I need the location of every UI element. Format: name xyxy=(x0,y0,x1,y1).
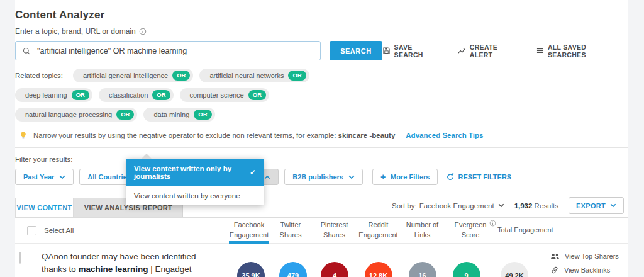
number-of-links-circle[interactable]: 16 xyxy=(409,262,436,277)
chevron-down-icon xyxy=(610,203,616,208)
content-analyzer-panel: Content Analyzer Enter a topic, brand, U… xyxy=(15,0,628,277)
section-divider xyxy=(15,147,628,148)
all-saved-searches-button[interactable]: ALL SAVED SEARCHES xyxy=(536,43,623,59)
dropdown-option-journalists-only[interactable]: View content written only by journalists… xyxy=(126,159,264,186)
more-filters-button[interactable]: +More Filters xyxy=(372,169,438,185)
related-topics: Related topics: artificial general intel… xyxy=(15,69,380,122)
dropdown-option-everyone[interactable]: View content written by everyone xyxy=(126,186,264,205)
article-actions: View Top Sharers View Backlinks View Ana… xyxy=(540,244,628,277)
filter-b2b-publishers[interactable]: B2B publishers xyxy=(284,169,363,185)
or-operator-badge[interactable]: OR xyxy=(248,90,266,100)
save-search-button[interactable]: SAVE SEARCH xyxy=(382,43,441,59)
select-all-label: Select All xyxy=(44,227,74,234)
save-icon xyxy=(382,47,391,55)
trending-up-icon xyxy=(457,47,466,55)
advanced-search-tips-link[interactable]: Advanced Search Tips xyxy=(406,132,483,139)
or-operator-badge[interactable]: OR xyxy=(116,110,134,120)
facebook-engagement-circle[interactable]: 35.9K xyxy=(237,262,265,277)
filter-results-label: Filter your results: xyxy=(15,155,628,163)
journalists-dropdown-menu: View content written only by journalists… xyxy=(126,159,264,205)
column-header-number-of-links[interactable]: Number of Links xyxy=(400,218,445,243)
column-header-pinterest-shares[interactable]: Pinterest Shares xyxy=(312,218,357,243)
search-box xyxy=(15,41,321,60)
link-icon xyxy=(550,266,559,274)
check-icon: ✓ xyxy=(250,168,256,177)
column-header-evergreen-score[interactable]: Evergreen Score xyxy=(445,218,496,243)
plus-icon: + xyxy=(380,172,386,181)
topic-pill[interactable]: natural language processingOR xyxy=(15,108,137,122)
article-row: QAnon founder may have been identified t… xyxy=(15,244,628,277)
search-icon xyxy=(22,47,31,55)
or-operator-badge[interactable]: OR xyxy=(152,90,170,100)
tip-text: Narrow your results by using the negativ… xyxy=(33,132,395,139)
filter-time-range[interactable]: Past Year xyxy=(15,169,74,185)
reset-icon xyxy=(446,172,455,181)
export-button[interactable]: EXPORT xyxy=(569,197,624,214)
reset-filters-button[interactable]: RESET FILTERS xyxy=(443,169,514,185)
results-count: 1,932 Results xyxy=(514,202,558,210)
evergreen-score-circle[interactable]: 9 xyxy=(453,262,480,277)
chevron-down-icon xyxy=(348,175,355,179)
search-subtitle: Enter a topic, brand, URL or domain xyxy=(15,27,136,36)
or-operator-badge[interactable]: OR xyxy=(194,110,211,120)
column-header-facebook-engagement[interactable]: Facebook Engagement xyxy=(229,218,269,243)
topic-pill[interactable]: artificial general intelligenceOR xyxy=(73,69,193,82)
page-title: Content Analyzer xyxy=(15,9,628,21)
sort-by-label: Sort by: xyxy=(392,202,417,210)
tab-view-content[interactable]: VIEW CONTENT xyxy=(15,198,74,217)
related-topics-label: Related topics: xyxy=(15,72,63,79)
column-header-twitter-shares[interactable]: Twitter Shares xyxy=(269,218,312,243)
table-header-row: Select All Facebook Engagement Twitter S… xyxy=(15,218,628,244)
dropdown-caret xyxy=(142,154,152,159)
topic-pill[interactable]: computer scienceOR xyxy=(180,88,269,102)
search-input[interactable] xyxy=(37,47,314,55)
topic-pill[interactable]: deep learningOR xyxy=(15,88,92,102)
chevron-up-icon xyxy=(264,175,270,179)
column-header-reddit-engagement[interactable]: Reddit Engagement xyxy=(357,218,400,243)
list-icon xyxy=(536,47,544,55)
or-operator-badge[interactable]: OR xyxy=(72,90,89,100)
topic-pill[interactable]: artificial neural networksOR xyxy=(199,69,309,82)
reddit-engagement-circle[interactable]: 12.8K xyxy=(365,262,392,277)
results-tabbar: VIEW CONTENT VIEW ANALYSIS REPORT Sort b… xyxy=(15,198,628,218)
or-operator-badge[interactable]: OR xyxy=(288,71,306,81)
pinterest-shares-circle[interactable]: 4 xyxy=(321,262,348,277)
article-checkbox[interactable] xyxy=(19,252,21,264)
topic-pill[interactable]: data miningOR xyxy=(143,108,214,122)
sort-by-select[interactable]: Facebook Engagement xyxy=(419,202,504,210)
select-all-checkbox[interactable] xyxy=(27,226,36,235)
tip-example: skincare -beauty xyxy=(338,132,396,139)
info-icon[interactable] xyxy=(489,220,496,227)
column-header-total-engagement[interactable]: Total Engagement xyxy=(496,218,555,243)
or-operator-badge[interactable]: OR xyxy=(172,71,190,81)
search-button[interactable]: SEARCH xyxy=(330,41,382,60)
view-top-sharers-link[interactable]: View Top Sharers xyxy=(550,252,628,260)
chevron-down-icon xyxy=(59,175,65,179)
topic-pill[interactable]: classificationOR xyxy=(99,88,174,102)
total-engagement-circle[interactable]: 49.2K xyxy=(501,262,528,277)
view-backlinks-link[interactable]: View Backlinks xyxy=(550,266,628,274)
article-metrics: 35.9K 479 4 12.8K 16 9 49.2K xyxy=(229,244,540,277)
twitter-shares-circle[interactable]: 479 xyxy=(279,262,307,277)
article-title[interactable]: QAnon founder may have been identified t… xyxy=(42,251,223,276)
people-icon xyxy=(550,253,560,260)
create-alert-button[interactable]: CREATE ALERT xyxy=(457,43,519,59)
info-icon[interactable] xyxy=(139,28,147,35)
lightbulb-icon xyxy=(19,131,28,140)
chevron-down-icon xyxy=(498,203,504,208)
